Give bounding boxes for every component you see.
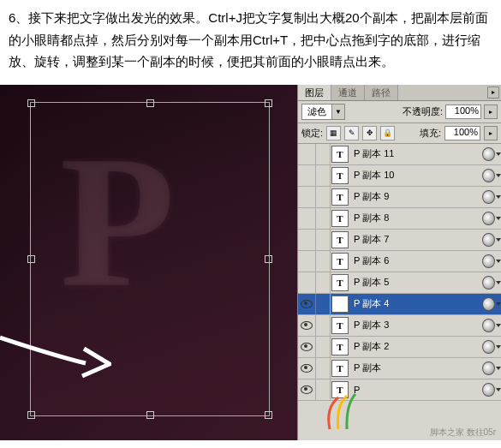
layer-fx[interactable] (482, 276, 501, 290)
layer-thumbnail[interactable]: T (331, 358, 350, 379)
transform-handle-tl[interactable] (27, 99, 35, 107)
opacity-arrow-icon[interactable]: ▸ (484, 105, 498, 119)
chevron-down-icon: ▼ (331, 105, 344, 119)
fill-arrow-icon[interactable]: ▸ (484, 126, 498, 140)
fx-icon (482, 297, 495, 311)
fill-input[interactable]: 100% (444, 126, 480, 140)
layer-thumbnail[interactable]: T (331, 230, 350, 250)
layer-thumbnail[interactable]: T (331, 208, 350, 229)
link-col[interactable] (316, 358, 331, 379)
opacity-input[interactable]: 100% (445, 105, 481, 119)
layer-fx[interactable] (482, 340, 501, 354)
visibility-toggle[interactable] (298, 230, 316, 250)
layers-panel: ▸ 图层 通道 路径 滤色▼ 不透明度: 100% ▸ 锁定: ▦ ✎ ✥ 🔒 … (297, 85, 501, 440)
visibility-toggle[interactable] (298, 379, 316, 400)
visibility-toggle[interactable] (298, 144, 316, 164)
layer-name-label[interactable]: P 副本 8 (350, 212, 482, 224)
layer-name-label[interactable]: P 副本 (350, 361, 482, 374)
eye-icon (301, 385, 313, 394)
link-col[interactable] (316, 187, 331, 207)
layer-row[interactable]: TP 副本 (298, 358, 501, 379)
transform-handle-ml[interactable] (27, 255, 35, 263)
layer-row[interactable]: TP 副本 7 (298, 230, 501, 251)
layer-name-label[interactable]: P 副本 6 (350, 254, 482, 267)
chevron-down-icon (496, 217, 501, 220)
layer-name-label[interactable]: P 副本 4 (350, 297, 482, 310)
layer-row[interactable]: TP 副本 11 (298, 144, 501, 165)
layer-row[interactable]: TP 副本 5 (298, 272, 501, 294)
link-col[interactable] (316, 272, 331, 293)
layer-thumbnail[interactable]: T (331, 315, 350, 336)
layer-fx[interactable] (482, 212, 501, 225)
layer-fx[interactable] (482, 254, 501, 268)
lock-move-icon[interactable]: ✥ (362, 126, 377, 140)
layer-fx[interactable] (482, 147, 501, 161)
layer-row[interactable]: TP 副本 8 (298, 208, 501, 230)
layer-fx[interactable] (482, 319, 501, 332)
visibility-toggle[interactable] (298, 358, 316, 379)
layer-thumbnail[interactable]: T (331, 337, 350, 357)
layer-thumbnail[interactable]: T (331, 165, 350, 186)
layer-name-label[interactable]: P (350, 385, 482, 395)
transform-handle-bm[interactable] (146, 411, 154, 419)
lock-all-icon[interactable]: 🔒 (380, 126, 395, 140)
layer-thumbnail[interactable]: T (331, 251, 350, 272)
transform-handle-br[interactable] (265, 411, 272, 419)
canvas-area[interactable]: P (0, 85, 298, 440)
link-col[interactable] (316, 208, 331, 229)
layer-name-label[interactable]: P 副本 11 (350, 147, 482, 160)
visibility-toggle[interactable] (298, 272, 316, 293)
layer-name-label[interactable]: P 副本 5 (350, 276, 482, 289)
layer-row[interactable]: TP 副本 2 (298, 337, 501, 358)
blend-mode-dropdown[interactable]: 滤色▼ (301, 104, 345, 120)
layer-thumbnail[interactable]: T (331, 294, 350, 314)
layer-fx[interactable] (482, 383, 501, 397)
panel-menu-icon[interactable]: ▸ (487, 87, 499, 99)
eye-icon (301, 364, 313, 373)
layer-thumbnail[interactable]: T (331, 272, 350, 293)
tab-layers[interactable]: 图层 (298, 85, 331, 100)
layer-name-label[interactable]: P 副本 10 (350, 169, 482, 182)
layer-row[interactable]: TP 副本 3 (298, 315, 501, 337)
layer-name-label[interactable]: P 副本 7 (350, 233, 482, 246)
link-col[interactable] (316, 251, 331, 272)
layer-name-label[interactable]: P 副本 2 (350, 340, 482, 353)
tab-channels[interactable]: 通道 (331, 85, 365, 100)
tab-paths[interactable]: 路径 (365, 85, 398, 100)
transform-handle-tm[interactable] (146, 99, 154, 107)
layer-row[interactable]: TP 副本 4 (298, 294, 501, 315)
chevron-down-icon (496, 324, 501, 327)
link-col[interactable] (316, 337, 331, 357)
visibility-toggle[interactable] (298, 294, 316, 314)
visibility-toggle[interactable] (298, 208, 316, 229)
layer-thumbnail[interactable]: T (331, 187, 350, 207)
layer-fx[interactable] (482, 233, 501, 247)
visibility-toggle[interactable] (298, 315, 316, 336)
layer-name-label[interactable]: P 副本 9 (350, 190, 482, 203)
lock-transparency-icon[interactable]: ▦ (326, 126, 341, 140)
transform-handle-mr[interactable] (265, 255, 272, 263)
link-col[interactable] (316, 230, 331, 250)
link-col[interactable] (316, 315, 331, 336)
layer-row[interactable]: TP 副本 10 (298, 165, 501, 187)
layer-fx[interactable] (482, 361, 501, 375)
layer-row[interactable]: TP 副本 6 (298, 251, 501, 272)
layer-fx[interactable] (482, 169, 501, 182)
layer-row[interactable]: TP 副本 9 (298, 187, 501, 208)
layer-fx[interactable] (482, 190, 501, 204)
visibility-toggle[interactable] (298, 251, 316, 272)
link-col[interactable] (316, 144, 331, 164)
fx-icon (482, 276, 495, 290)
watermark-logo (317, 391, 368, 433)
layer-name-label[interactable]: P 副本 3 (350, 319, 482, 332)
visibility-toggle[interactable] (298, 337, 316, 357)
link-col[interactable] (316, 165, 331, 186)
lock-paint-icon[interactable]: ✎ (344, 126, 359, 140)
transform-handle-bl[interactable] (27, 411, 35, 419)
visibility-toggle[interactable] (298, 187, 316, 207)
layer-fx[interactable] (482, 297, 501, 311)
visibility-toggle[interactable] (298, 165, 316, 186)
transform-handle-tr[interactable] (265, 99, 272, 107)
link-col[interactable] (316, 294, 331, 314)
layer-thumbnail[interactable]: T (331, 144, 350, 164)
